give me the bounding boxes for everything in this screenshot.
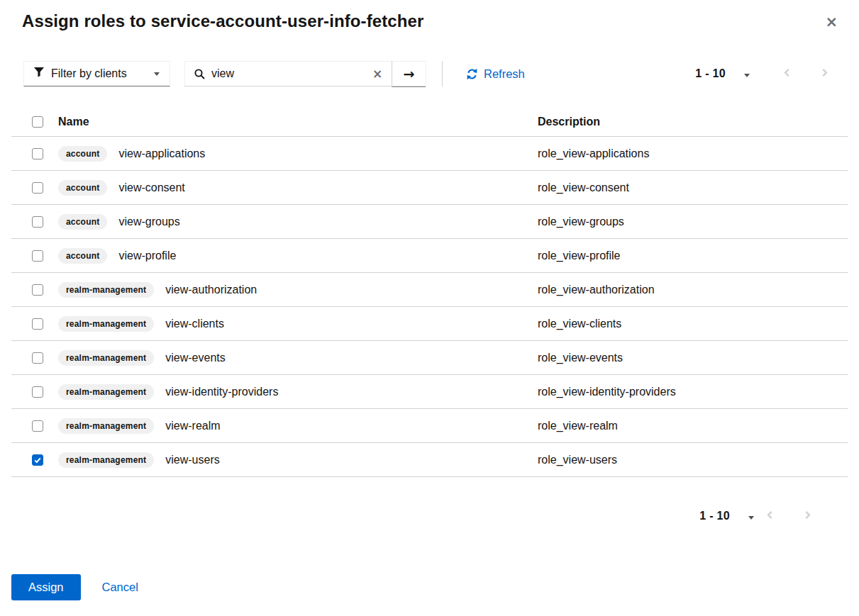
select-all-checkbox[interactable]: [32, 116, 43, 128]
role-name: view-consent: [118, 181, 184, 194]
role-description: role_view-groups: [538, 215, 848, 228]
refresh-button[interactable]: Refresh: [466, 67, 525, 81]
roles-table: Name Description account view-applicatio…: [11, 107, 848, 477]
chevron-right-icon: [803, 510, 812, 522]
pagination-bottom: 1 - 10: [699, 506, 816, 526]
role-name: view-events: [165, 352, 225, 364]
table-row: realm-management view-authorization role…: [11, 273, 848, 307]
column-header-description: Description: [538, 116, 848, 128]
role-name: view-clients: [165, 318, 224, 330]
refresh-icon: [466, 68, 478, 80]
check-icon: [33, 456, 42, 464]
role-name: view-profile: [118, 250, 176, 262]
role-description: role_view-users: [538, 454, 848, 466]
modal-footer: Assign Cancel: [11, 574, 848, 600]
pagination-range: 1 - 10: [699, 510, 730, 522]
column-header-name: Name: [58, 116, 538, 128]
client-badge: realm-management: [58, 316, 154, 332]
chevron-down-icon: [748, 516, 754, 520]
close-icon[interactable]: ×: [816, 11, 846, 34]
search-submit-button[interactable]: →: [392, 61, 426, 87]
chevron-down-icon: [154, 72, 160, 76]
chevron-left-icon: [782, 68, 792, 79]
chevron-left-icon: [765, 510, 775, 522]
role-name: view-authorization: [165, 284, 257, 296]
client-badge: account: [58, 248, 107, 264]
clear-search-icon[interactable]: ×: [363, 62, 392, 86]
role-description: role_view-applications: [538, 147, 848, 160]
chevron-down-icon: [744, 74, 750, 77]
table-row: account view-profile role_view-profile: [11, 239, 848, 273]
client-badge: realm-management: [58, 384, 154, 400]
table-row: realm-management view-users role_view-us…: [11, 443, 848, 477]
row-checkbox[interactable]: [32, 182, 43, 194]
pagination-next-button[interactable]: [799, 506, 816, 526]
page-title: Assign roles to service-account-user-inf…: [22, 11, 423, 32]
client-badge: realm-management: [58, 350, 154, 366]
row-checkbox[interactable]: [32, 148, 43, 159]
table-row: account view-consent role_view-consent: [11, 171, 848, 205]
role-name: view-realm: [165, 420, 220, 432]
search-bar: × →: [184, 61, 426, 86]
role-description: role_view-authorization: [538, 284, 848, 296]
client-badge: account: [58, 180, 107, 196]
modal-header: Assign roles to service-account-user-inf…: [11, 11, 848, 34]
pagination-range: 1 - 10: [695, 67, 726, 80]
table-body: account view-applications role_view-appl…: [11, 137, 848, 477]
pagination-prev-button[interactable]: [778, 64, 796, 84]
bottom-pagination-bar: 1 - 10: [11, 502, 848, 530]
pagination-prev-button[interactable]: [761, 506, 779, 526]
client-badge: realm-management: [58, 452, 154, 468]
table-row: realm-management view-events role_view-e…: [11, 341, 848, 375]
table-row: account view-groups role_view-groups: [11, 205, 848, 239]
table-row: realm-management view-clients role_view-…: [11, 307, 848, 341]
table-row: account view-applications role_view-appl…: [11, 137, 848, 171]
cancel-button[interactable]: Cancel: [102, 581, 138, 594]
role-description: role_view-clients: [538, 318, 848, 330]
role-name: view-applications: [118, 147, 205, 160]
pagination-next-button[interactable]: [816, 64, 833, 84]
role-name: view-users: [165, 454, 219, 466]
assign-button[interactable]: Assign: [11, 574, 81, 600]
row-checkbox[interactable]: [32, 284, 43, 296]
role-name: view-groups: [118, 215, 179, 228]
role-description: role_view-identity-providers: [538, 386, 848, 398]
search-input[interactable]: [211, 62, 363, 86]
chevron-right-icon: [820, 68, 829, 79]
search-icon: [194, 69, 205, 79]
pagination-menu-toggle[interactable]: [737, 65, 757, 84]
filter-icon: [34, 67, 44, 80]
filter-by-clients-dropdown[interactable]: Filter by clients: [23, 61, 170, 86]
row-checkbox[interactable]: [32, 250, 43, 262]
pagination-menu-toggle[interactable]: [741, 507, 761, 526]
table-header: Name Description: [11, 107, 848, 137]
client-badge: realm-management: [58, 282, 154, 298]
role-description: role_view-profile: [538, 250, 848, 262]
assign-roles-modal: Assign roles to service-account-user-inf…: [0, 0, 859, 600]
role-description: role_view-events: [538, 352, 848, 364]
client-badge: realm-management: [58, 418, 154, 434]
row-checkbox[interactable]: [32, 454, 43, 466]
toolbar: Filter by clients × → Refresh: [23, 61, 845, 86]
role-description: role_view-consent: [538, 181, 848, 194]
table-row: realm-management view-identity-providers…: [11, 375, 848, 409]
row-checkbox[interactable]: [32, 352, 43, 364]
row-checkbox[interactable]: [32, 216, 43, 228]
client-badge: account: [58, 214, 107, 230]
row-checkbox[interactable]: [32, 420, 43, 432]
toolbar-divider: [442, 61, 443, 86]
role-name: view-identity-providers: [165, 386, 278, 398]
client-badge: account: [58, 146, 107, 162]
table-row: realm-management view-realm role_view-re…: [11, 409, 848, 443]
pagination-top: 1 - 10: [695, 64, 833, 84]
filter-label: Filter by clients: [51, 67, 147, 80]
row-checkbox[interactable]: [32, 318, 43, 330]
role-description: role_view-realm: [538, 420, 848, 432]
row-checkbox[interactable]: [32, 386, 43, 398]
refresh-label: Refresh: [484, 67, 525, 81]
